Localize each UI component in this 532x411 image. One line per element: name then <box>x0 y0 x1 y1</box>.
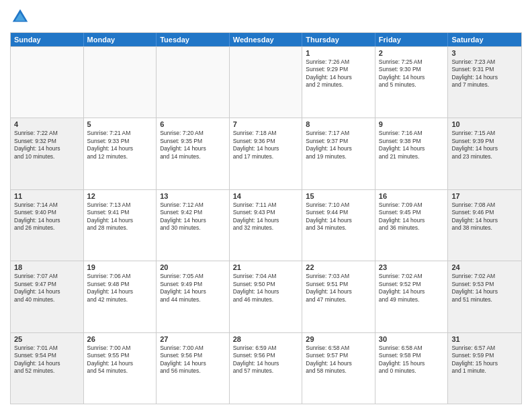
day-number: 14 <box>233 192 299 200</box>
cell-content: Sunrise: 7:23 AM Sunset: 9:31 PM Dayligh… <box>451 58 518 89</box>
cell-content: Sunrise: 6:58 AM Sunset: 9:58 PM Dayligh… <box>379 345 445 375</box>
calendar-body: 1Sunrise: 7:26 AM Sunset: 9:29 PM Daylig… <box>11 46 521 404</box>
calendar-cell <box>11 47 84 118</box>
calendar-cell: 30Sunrise: 6:58 AM Sunset: 9:58 PM Dayli… <box>375 333 449 404</box>
calendar-cell: 21Sunrise: 7:04 AM Sunset: 9:50 PM Dayli… <box>230 261 303 332</box>
cell-content: Sunrise: 7:18 AM Sunset: 9:36 PM Dayligh… <box>233 130 299 161</box>
day-number: 24 <box>451 263 518 271</box>
calendar-row: 25Sunrise: 7:01 AM Sunset: 9:54 PM Dayli… <box>11 332 521 404</box>
day-number: 27 <box>160 335 226 343</box>
logo <box>10 7 33 27</box>
day-number: 17 <box>451 192 518 200</box>
cell-content: Sunrise: 7:22 AM Sunset: 9:32 PM Dayligh… <box>14 130 80 161</box>
calendar-cell: 16Sunrise: 7:09 AM Sunset: 9:45 PM Dayli… <box>375 190 449 261</box>
day-number: 22 <box>306 263 371 271</box>
calendar-cell: 5Sunrise: 7:21 AM Sunset: 9:33 PM Daylig… <box>84 118 157 189</box>
day-number: 3 <box>451 49 518 57</box>
day-number: 8 <box>306 120 371 128</box>
cell-content: Sunrise: 6:59 AM Sunset: 9:56 PM Dayligh… <box>233 345 299 375</box>
calendar-cell: 23Sunrise: 7:02 AM Sunset: 9:52 PM Dayli… <box>375 261 449 332</box>
calendar-row: 1Sunrise: 7:26 AM Sunset: 9:29 PM Daylig… <box>11 46 521 118</box>
calendar-cell <box>157 47 230 118</box>
day-number: 20 <box>160 263 226 271</box>
cell-content: Sunrise: 7:05 AM Sunset: 9:49 PM Dayligh… <box>160 273 226 304</box>
calendar-cell: 8Sunrise: 7:17 AM Sunset: 9:37 PM Daylig… <box>302 118 375 189</box>
day-number: 15 <box>306 192 371 200</box>
cell-content: Sunrise: 7:00 AM Sunset: 9:55 PM Dayligh… <box>87 345 153 375</box>
calendar-cell: 24Sunrise: 7:02 AM Sunset: 9:53 PM Dayli… <box>448 261 521 332</box>
calendar-cell: 14Sunrise: 7:11 AM Sunset: 9:43 PM Dayli… <box>230 190 303 261</box>
day-number: 10 <box>451 120 518 128</box>
day-number: 6 <box>160 120 226 128</box>
calendar-cell: 29Sunrise: 6:58 AM Sunset: 9:57 PM Dayli… <box>302 333 375 404</box>
page: SundayMondayTuesdayWednesdayThursdayFrid… <box>0 0 532 411</box>
calendar-row: 18Sunrise: 7:07 AM Sunset: 9:47 PM Dayli… <box>11 261 521 332</box>
calendar-cell: 22Sunrise: 7:03 AM Sunset: 9:51 PM Dayli… <box>302 261 375 332</box>
calendar-cell: 4Sunrise: 7:22 AM Sunset: 9:32 PM Daylig… <box>11 118 84 189</box>
day-number: 11 <box>14 192 80 200</box>
day-number: 13 <box>160 192 226 200</box>
calendar-cell: 11Sunrise: 7:14 AM Sunset: 9:40 PM Dayli… <box>11 190 84 261</box>
cell-content: Sunrise: 7:02 AM Sunset: 9:52 PM Dayligh… <box>379 273 445 304</box>
weekday-header: Saturday <box>448 33 521 46</box>
day-number: 19 <box>87 263 153 271</box>
calendar-row: 11Sunrise: 7:14 AM Sunset: 9:40 PM Dayli… <box>11 189 521 261</box>
calendar-cell: 27Sunrise: 7:00 AM Sunset: 9:56 PM Dayli… <box>157 333 230 404</box>
calendar-cell: 31Sunrise: 6:57 AM Sunset: 9:59 PM Dayli… <box>448 333 521 404</box>
day-number: 2 <box>379 49 445 57</box>
day-number: 5 <box>87 120 153 128</box>
calendar-cell: 10Sunrise: 7:15 AM Sunset: 9:39 PM Dayli… <box>448 118 521 189</box>
cell-content: Sunrise: 7:03 AM Sunset: 9:51 PM Dayligh… <box>306 273 371 304</box>
calendar-cell: 9Sunrise: 7:16 AM Sunset: 9:38 PM Daylig… <box>375 118 449 189</box>
calendar-cell: 3Sunrise: 7:23 AM Sunset: 9:31 PM Daylig… <box>448 47 521 118</box>
calendar-cell: 20Sunrise: 7:05 AM Sunset: 9:49 PM Dayli… <box>157 261 230 332</box>
calendar-cell: 1Sunrise: 7:26 AM Sunset: 9:29 PM Daylig… <box>302 47 375 118</box>
header <box>10 7 522 27</box>
calendar-cell: 6Sunrise: 7:20 AM Sunset: 9:35 PM Daylig… <box>157 118 230 189</box>
calendar-cell: 26Sunrise: 7:00 AM Sunset: 9:55 PM Dayli… <box>84 333 157 404</box>
cell-content: Sunrise: 7:06 AM Sunset: 9:48 PM Dayligh… <box>87 273 153 304</box>
calendar-cell <box>230 47 303 118</box>
calendar-cell: 13Sunrise: 7:12 AM Sunset: 9:42 PM Dayli… <box>157 190 230 261</box>
day-number: 30 <box>379 335 445 343</box>
cell-content: Sunrise: 7:10 AM Sunset: 9:44 PM Dayligh… <box>306 201 371 232</box>
calendar-cell: 12Sunrise: 7:13 AM Sunset: 9:41 PM Dayli… <box>84 190 157 261</box>
day-number: 18 <box>14 263 80 271</box>
weekday-header: Wednesday <box>230 33 303 46</box>
cell-content: Sunrise: 7:04 AM Sunset: 9:50 PM Dayligh… <box>233 273 299 304</box>
cell-content: Sunrise: 6:58 AM Sunset: 9:57 PM Dayligh… <box>306 345 371 375</box>
cell-content: Sunrise: 7:12 AM Sunset: 9:42 PM Dayligh… <box>160 201 226 232</box>
calendar-cell: 25Sunrise: 7:01 AM Sunset: 9:54 PM Dayli… <box>11 333 84 404</box>
calendar: SundayMondayTuesdayWednesdayThursdayFrid… <box>10 32 522 404</box>
day-number: 12 <box>87 192 153 200</box>
weekday-header: Sunday <box>11 33 84 46</box>
day-number: 25 <box>14 335 80 343</box>
calendar-header: SundayMondayTuesdayWednesdayThursdayFrid… <box>11 33 521 46</box>
calendar-cell: 2Sunrise: 7:25 AM Sunset: 9:30 PM Daylig… <box>375 47 449 118</box>
day-number: 9 <box>379 120 445 128</box>
weekday-header: Thursday <box>302 33 375 46</box>
day-number: 1 <box>306 49 371 57</box>
cell-content: Sunrise: 7:08 AM Sunset: 9:46 PM Dayligh… <box>451 201 518 232</box>
day-number: 4 <box>14 120 80 128</box>
cell-content: Sunrise: 7:13 AM Sunset: 9:41 PM Dayligh… <box>87 201 153 232</box>
day-number: 26 <box>87 335 153 343</box>
day-number: 29 <box>306 335 371 343</box>
calendar-cell: 7Sunrise: 7:18 AM Sunset: 9:36 PM Daylig… <box>230 118 303 189</box>
cell-content: Sunrise: 7:01 AM Sunset: 9:54 PM Dayligh… <box>14 345 80 375</box>
calendar-cell: 15Sunrise: 7:10 AM Sunset: 9:44 PM Dayli… <box>302 190 375 261</box>
weekday-header: Monday <box>84 33 157 46</box>
cell-content: Sunrise: 7:26 AM Sunset: 9:29 PM Dayligh… <box>306 58 371 89</box>
cell-content: Sunrise: 7:14 AM Sunset: 9:40 PM Dayligh… <box>14 201 80 232</box>
day-number: 23 <box>379 263 445 271</box>
day-number: 28 <box>233 335 299 343</box>
calendar-cell: 28Sunrise: 6:59 AM Sunset: 9:56 PM Dayli… <box>230 333 303 404</box>
calendar-cell: 19Sunrise: 7:06 AM Sunset: 9:48 PM Dayli… <box>84 261 157 332</box>
cell-content: Sunrise: 7:00 AM Sunset: 9:56 PM Dayligh… <box>160 345 226 375</box>
cell-content: Sunrise: 7:17 AM Sunset: 9:37 PM Dayligh… <box>306 130 371 161</box>
cell-content: Sunrise: 7:15 AM Sunset: 9:39 PM Dayligh… <box>451 130 518 161</box>
logo-icon <box>10 7 30 27</box>
cell-content: Sunrise: 7:07 AM Sunset: 9:47 PM Dayligh… <box>14 273 80 304</box>
day-number: 16 <box>379 192 445 200</box>
cell-content: Sunrise: 7:16 AM Sunset: 9:38 PM Dayligh… <box>379 130 445 161</box>
